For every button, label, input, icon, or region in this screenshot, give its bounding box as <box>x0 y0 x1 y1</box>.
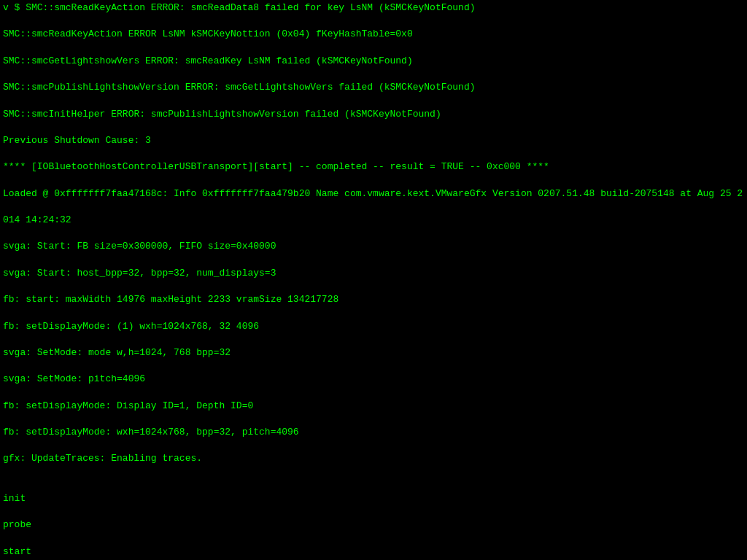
terminal-line: v $ SMC::smcReadKeyAction ERROR: smcRead… <box>3 1 744 15</box>
terminal-line: Previous Shutdown Cause: 3 <box>3 134 744 147</box>
terminal-line: Loaded @ 0xfffffff7faa47168c: Info 0xfff… <box>3 187 744 201</box>
terminal-line: SMC::smcReadKeyAction ERROR LsNM kSMCKey… <box>3 28 744 41</box>
terminal-line: 014 14:24:32 <box>3 214 744 227</box>
terminal-line: gfx: UpdateTraces: Enabling traces. <box>3 452 744 465</box>
terminal-line: SMC::smcPublishLightshowVersion ERROR: s… <box>3 81 744 94</box>
terminal-line: probe <box>3 518 744 532</box>
terminal-line: svga: SetMode: mode w,h=1024, 768 bpp=32 <box>3 346 744 359</box>
terminal-line: init <box>3 492 744 505</box>
terminal-line: svga: SetMode: pitch=4096 <box>3 373 744 386</box>
terminal-line: svga: Start: host_bpp=32, bpp=32, num_di… <box>3 267 744 280</box>
terminal-output: v $ SMC::smcReadKeyAction ERROR: smcRead… <box>0 0 747 560</box>
terminal-line: fb: setDisplayMode: (1) wxh=1024x768, 32… <box>3 320 744 333</box>
terminal-line: svga: Start: FB size=0x300000, FIFO size… <box>3 240 744 253</box>
terminal-line: SMC::smcInitHelper ERROR: smcPublishLigh… <box>3 108 744 121</box>
terminal-line: SMC::smcGetLightshowVers ERROR: smcReadK… <box>3 55 744 68</box>
terminal-line: fb: setDisplayMode: wxh=1024x768, bpp=32… <box>3 426 744 439</box>
terminal-line: **** [IOBluetoothHostControllerUSBTransp… <box>3 160 744 174</box>
terminal-line: fb: start: maxWidth 14976 maxHeight 2233… <box>3 293 744 306</box>
terminal-line: fb: setDisplayMode: Display ID=1, Depth … <box>3 400 744 413</box>
terminal-line: start <box>3 545 744 559</box>
